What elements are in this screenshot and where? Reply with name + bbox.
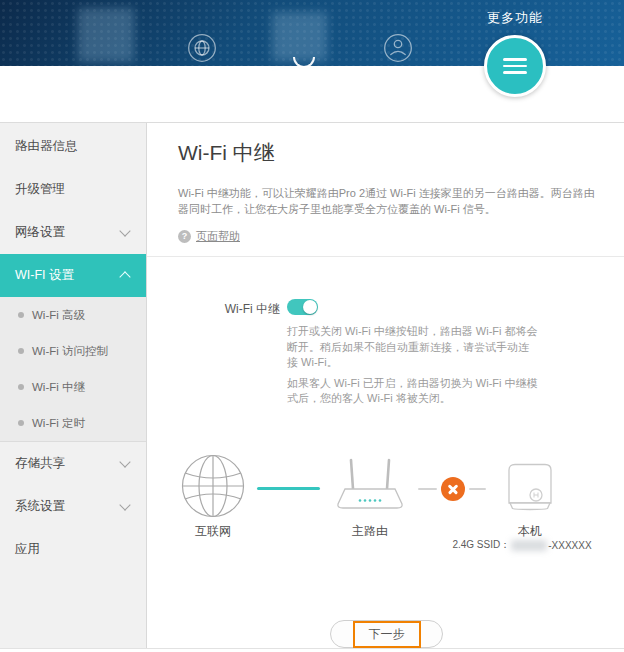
sidebar-item-label: 路由器信息 xyxy=(15,138,78,155)
globe-icon[interactable] xyxy=(187,33,217,63)
sidebar-nav: 路由器信息 升级管理 网络设置 WI-FI 设置 Wi-Fi 高级 Wi-Fi … xyxy=(0,123,147,648)
bullet-icon xyxy=(18,312,24,318)
connection-line-broken xyxy=(469,488,486,490)
toggle-note: 如果客人 Wi-Fi 已开启，路由器切换为 Wi-Fi 中继模式后，您的客人 W… xyxy=(287,376,539,407)
sidebar-item-label: 存储共享 xyxy=(15,455,65,472)
subitem-label: Wi-Fi 定时 xyxy=(32,416,85,431)
toggle-help-text: 打开或关闭 Wi-Fi 中继按钮时，路由器 Wi-Fi 都将会断开。稍后如果不能… xyxy=(287,324,539,412)
page-help-link[interactable]: 页面帮助 xyxy=(196,229,240,244)
divider xyxy=(147,256,624,257)
subitem-label: Wi-Fi 访问控制 xyxy=(32,344,108,359)
sidebar-subitem-wifi-schedule[interactable]: Wi-Fi 定时 xyxy=(0,405,146,441)
subitem-label: Wi-Fi 高级 xyxy=(32,308,85,323)
ssid-suffix: -XXXXXX xyxy=(548,540,591,551)
sidebar-subitem-wifi-repeater[interactable]: Wi-Fi 中继 xyxy=(0,369,146,405)
connection-line-broken xyxy=(418,488,437,490)
router-admin-page: 更多功能 路由器信息 升级管理 网络设置 WI-FI 设置 Wi-Fi 高级 xyxy=(0,0,624,652)
sidebar-item-applications[interactable]: 应用 xyxy=(0,528,146,571)
question-icon: ? xyxy=(178,230,191,243)
divider xyxy=(0,648,624,649)
sidebar-item-label: 升级管理 xyxy=(15,181,65,198)
hamburger-icon xyxy=(503,54,527,78)
more-functions-label: 更多功能 xyxy=(470,9,560,27)
chevron-up-icon xyxy=(119,271,130,282)
bullet-icon xyxy=(18,384,24,390)
sidebar-subitem-wifi-advanced[interactable]: Wi-Fi 高级 xyxy=(0,297,146,333)
sidebar-item-router-info[interactable]: 路由器信息 xyxy=(0,125,146,168)
ssid-prefix: 2.4G SSID： xyxy=(452,538,510,552)
ssid-caption: 2.4G SSID：-XXXXXX xyxy=(437,538,607,552)
internet-label: 互联网 xyxy=(181,523,245,540)
toggle-knob xyxy=(303,300,317,314)
sidebar-subitem-wifi-access-control[interactable]: Wi-Fi 访问控制 xyxy=(0,333,146,369)
internet-globe-icon xyxy=(181,454,245,522)
toggle-note: 打开或关闭 Wi-Fi 中继按钮时，路由器 Wi-Fi 都将会断开。稍后如果不能… xyxy=(287,324,539,371)
sidebar-item-label: WI-FI 设置 xyxy=(15,267,74,284)
user-icon[interactable] xyxy=(383,33,413,63)
page-description: Wi-Fi 中继功能，可以让荣耀路由Pro 2通过 Wi-Fi 连接家里的另一台… xyxy=(178,185,602,217)
connection-line-active xyxy=(257,487,320,490)
blurred-logo xyxy=(78,8,134,62)
sidebar-item-wifi-settings[interactable]: WI-FI 设置 xyxy=(0,254,146,297)
sidebar-item-network-settings[interactable]: 网络设置 xyxy=(0,211,146,254)
wifi-repeater-toggle[interactable] xyxy=(287,299,318,315)
disconnected-x-icon xyxy=(441,477,465,501)
main-router-label: 主路由 xyxy=(332,523,408,540)
subitem-label: Wi-Fi 中继 xyxy=(32,380,85,395)
blurred-logo xyxy=(272,12,327,61)
page-title: Wi-Fi 中继 xyxy=(178,139,275,167)
sidebar-item-system-settings[interactable]: 系统设置 xyxy=(0,485,146,528)
sidebar-item-label: 应用 xyxy=(15,541,40,558)
next-step-button[interactable]: 下一步 xyxy=(330,620,443,648)
logo-arc-icon xyxy=(293,57,315,68)
sidebar-item-label: 系统设置 xyxy=(15,498,65,515)
this-device-icon xyxy=(507,462,553,516)
menu-fab-button[interactable] xyxy=(484,35,546,97)
bullet-icon xyxy=(18,420,24,426)
chevron-down-icon xyxy=(119,456,130,467)
wifi-repeater-toggle-label: Wi-Fi 中继 xyxy=(147,301,280,318)
chevron-down-icon xyxy=(119,225,130,236)
main-content: Wi-Fi 中继 Wi-Fi 中继功能，可以让荣耀路由Pro 2通过 Wi-Fi… xyxy=(147,123,624,648)
blurred-ssid xyxy=(511,540,547,551)
sidebar-item-storage-share[interactable]: 存储共享 xyxy=(0,442,146,485)
wifi-submenu: Wi-Fi 高级 Wi-Fi 访问控制 Wi-Fi 中继 Wi-Fi 定时 xyxy=(0,297,146,441)
page-help-row: ? 页面帮助 xyxy=(178,229,240,244)
sidebar-item-upgrade[interactable]: 升级管理 xyxy=(0,168,146,211)
sidebar-item-label: 网络设置 xyxy=(15,224,65,241)
bullet-icon xyxy=(18,348,24,354)
main-router-icon xyxy=(332,455,408,519)
chevron-down-icon xyxy=(119,499,130,510)
